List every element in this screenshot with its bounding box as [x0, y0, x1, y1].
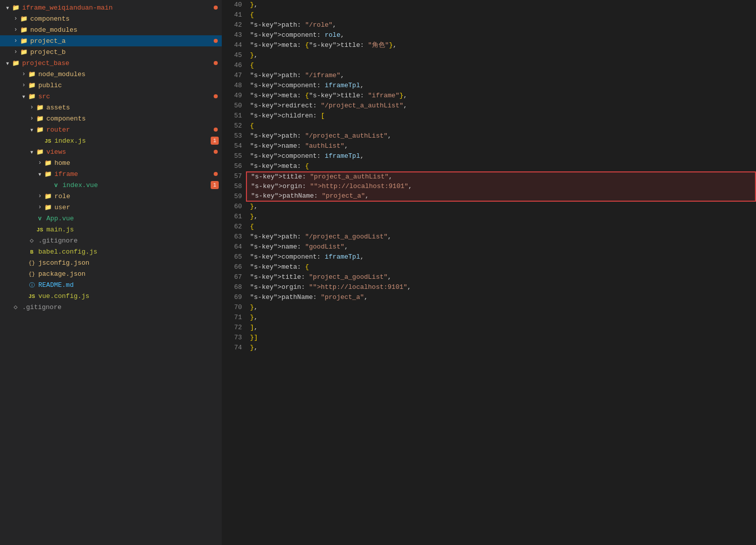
sidebar-item-gitignore-2[interactable]: ◇.gitignore: [0, 301, 222, 313]
sidebar-label-app-vue: App.vue: [46, 215, 134, 222]
line-number-71: 71: [222, 313, 242, 323]
sidebar-item-project_a[interactable]: ›📁project_a: [0, 35, 222, 46]
sidebar-item-gitignore-1[interactable]: ◇.gitignore: [0, 235, 222, 246]
folder-icon-views: 📁: [35, 148, 44, 156]
sidebar-item-app-vue[interactable]: VApp.vue: [0, 213, 222, 224]
sidebar-item-role[interactable]: ›📁role: [0, 191, 222, 202]
folder-arrow-node_modules-1: ›: [12, 26, 19, 33]
folder-arrow-public: ›: [20, 82, 27, 89]
sidebar-item-home[interactable]: ›📁home: [0, 157, 222, 168]
folder-arrow-src: ▾: [20, 92, 27, 101]
sidebar-label-project_base: project_base: [22, 59, 118, 67]
sidebar-item-project_b[interactable]: ›📁project_b: [0, 46, 222, 57]
folder-arrow-home: ›: [36, 159, 43, 166]
code-line-53: "s-key">path: "/project_a_authList",: [246, 131, 756, 141]
code-line-47: "s-key">path: "/iframe",: [246, 71, 756, 81]
folder-icon-iframe-folder: 📁: [43, 170, 52, 178]
code-line-61: },: [246, 212, 756, 222]
sidebar-label-readme: README.md: [38, 281, 130, 289]
sidebar-label-iframe-weiqianduan-main: iframe_weiqianduan-main: [22, 4, 118, 12]
sidebar-item-user[interactable]: ›📁user: [0, 202, 222, 213]
line-number-45: 45: [222, 50, 242, 60]
folder-arrow-views: ▾: [28, 148, 35, 156]
line-number-70: 70: [222, 302, 242, 313]
line-number-57: 57: [222, 171, 242, 181]
line-number-64: 64: [222, 242, 242, 252]
badge-project_a: [214, 39, 218, 43]
folder-arrow-node_modules-2: ›: [20, 71, 27, 78]
sidebar-label-gitignore-1: .gitignore: [38, 237, 130, 245]
folder-icon-router: 📁: [35, 126, 44, 134]
file-icon-babel-config: B: [27, 248, 36, 256]
line-number-67: 67: [222, 272, 242, 282]
sidebar-label-vue-config: vue.config.js: [38, 292, 130, 300]
sidebar-item-package-json[interactable]: {}package.json: [0, 268, 222, 279]
sidebar-item-vue-config[interactable]: JSvue.config.js: [0, 290, 222, 301]
folder-icon-home: 📁: [43, 159, 52, 167]
sidebar-label-project_a: project_a: [30, 37, 122, 45]
folder-arrow-project_base: ▾: [4, 59, 11, 68]
folder-arrow-user: ›: [36, 204, 43, 211]
sidebar-item-views[interactable]: ▾📁views: [0, 146, 222, 157]
folder-icon-public: 📁: [27, 82, 36, 89]
code-line-60: },: [246, 202, 756, 212]
sidebar-label-jsconfig-json: jsconfig.json: [38, 259, 130, 267]
code-line-74: },: [246, 343, 756, 353]
sidebar-item-iframe-folder[interactable]: ▾📁iframe: [0, 168, 222, 179]
sidebar-item-node_modules-1[interactable]: ›📁node_modules: [0, 24, 222, 35]
line-number-65: 65: [222, 252, 242, 262]
line-number-42: 42: [222, 20, 242, 30]
sidebar-item-assets[interactable]: ›📁assets: [0, 102, 222, 113]
badge-router: [214, 128, 218, 132]
line-number-51: 51: [222, 111, 242, 121]
code-line-65: "s-key">component: iframeTpl,: [246, 252, 756, 262]
line-number-56: 56: [222, 161, 242, 171]
folder-arrow-project_b: ›: [12, 48, 19, 55]
sidebar-item-node_modules-2[interactable]: ›📁node_modules: [0, 69, 222, 80]
sidebar-item-components-2[interactable]: ›📁components: [0, 113, 222, 124]
line-number-49: 49: [222, 91, 242, 101]
line-number-73: 73: [222, 333, 242, 343]
sidebar-label-components-1: components: [30, 15, 126, 23]
sidebar-item-index-js[interactable]: JSindex.js1: [0, 135, 222, 146]
sidebar-label-node_modules-1: node_modules: [30, 26, 126, 34]
sidebar-label-role: role: [54, 193, 138, 200]
code-line-71: },: [246, 313, 756, 323]
line-number-44: 44: [222, 40, 242, 50]
line-number-50: 50: [222, 101, 242, 111]
line-number-59: 59: [222, 192, 242, 202]
sidebar-label-home: home: [54, 159, 138, 167]
sidebar-item-readme[interactable]: ⓘREADME.md: [0, 279, 222, 290]
folder-icon-user: 📁: [43, 204, 52, 211]
line-number-62: 62: [222, 222, 242, 232]
line-number-46: 46: [222, 60, 242, 71]
sidebar-label-main-js: main.js: [46, 226, 134, 233]
sidebar-item-public[interactable]: ›📁public: [0, 80, 222, 91]
folder-icon-iframe-weiqianduan-main: 📁: [11, 4, 20, 12]
folder-arrow-iframe-weiqianduan-main: ▾: [4, 4, 11, 12]
sidebar-item-jsconfig-json[interactable]: {}jsconfig.json: [0, 257, 222, 268]
code-line-42: "s-key">path: "/role",: [246, 20, 756, 30]
sidebar-item-index-vue[interactable]: Vindex.vue1: [0, 179, 222, 191]
code-line-59: "s-key">pathName: "project_a",: [246, 192, 756, 202]
sidebar-item-src[interactable]: ▾📁src: [0, 91, 222, 102]
folder-icon-project_base: 📁: [11, 59, 20, 67]
line-number-53: 53: [222, 131, 242, 141]
sidebar-item-router[interactable]: ▾📁router: [0, 124, 222, 135]
code-line-72: ],: [246, 323, 756, 333]
folder-arrow-role: ›: [36, 193, 43, 200]
file-icon-readme: ⓘ: [27, 281, 36, 289]
sidebar-item-main-js[interactable]: JSmain.js: [0, 224, 222, 235]
sidebar-label-node_modules-2: node_modules: [38, 71, 130, 78]
sidebar-item-project_base[interactable]: ▾📁project_base: [0, 57, 222, 69]
code-line-69: "s-key">pathName: "project_a",: [246, 292, 756, 302]
code-line-48: "s-key">component: iframeTpl,: [246, 81, 756, 91]
sidebar-label-project_b: project_b: [30, 48, 126, 56]
sidebar-item-iframe-weiqianduan-main[interactable]: ▾📁iframe_weiqianduan-main: [0, 2, 222, 13]
sidebar-item-components-1[interactable]: ›📁components: [0, 13, 222, 24]
file-icon-app-vue: V: [35, 215, 44, 222]
sidebar-item-babel-config[interactable]: Bbabel.config.js: [0, 246, 222, 257]
file-icon-vue-config: JS: [27, 292, 36, 300]
sidebar-label-components-2: components: [46, 115, 134, 123]
sidebar-label-gitignore-2: .gitignore: [22, 304, 122, 311]
